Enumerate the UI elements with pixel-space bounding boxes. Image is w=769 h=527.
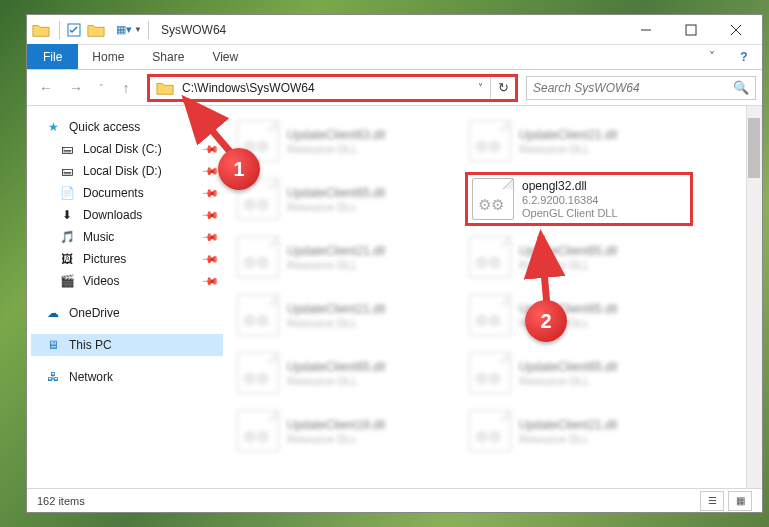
file-subtitle: Resource DLL <box>287 317 385 329</box>
explorer-window: ▦▾ ▼ SysWOW64 File Home Share View ˅ ? ←… <box>26 14 763 513</box>
file-subtitle: Resource DLL <box>287 259 385 271</box>
properties-icon[interactable]: ▦▾ <box>112 19 136 41</box>
sidebar-label: OneDrive <box>69 306 120 320</box>
view-tab[interactable]: View <box>198 44 252 69</box>
file-item[interactable]: ⚙⚙ UpdateClient65.dll Resource DLL <box>465 230 693 284</box>
dll-file-icon: ⚙⚙ <box>469 294 511 336</box>
file-item[interactable]: ⚙⚙ opengl32.dll 6.2.9200.16384 OpenGL Cl… <box>465 172 693 226</box>
file-subtitle: Resource DLL <box>287 433 385 445</box>
icons-view-button[interactable]: ▦ <box>728 491 752 511</box>
file-list-pane: ⚙⚙ UpdateClient63.dll Resource DLL ⚙⚙ Up… <box>227 106 762 488</box>
share-tab[interactable]: Share <box>138 44 198 69</box>
annotation-badge-2: 2 <box>525 300 567 342</box>
pin-icon: 📌 <box>200 161 219 180</box>
file-item[interactable]: ⚙⚙ UpdateClient21.dll Resource DLL <box>465 404 693 458</box>
window-controls <box>623 15 758 44</box>
pin-icon: 📌 <box>200 271 219 290</box>
file-description: OpenGL Client DLL <box>522 207 618 219</box>
window-title: SysWOW64 <box>161 23 623 37</box>
sidebar-item[interactable]: 🖴Local Disk (C:)📌 <box>31 138 223 160</box>
file-name: UpdateClient65.dll <box>287 186 385 200</box>
navigation-pane: ★ Quick access 🖴Local Disk (C:)📌🖴Local D… <box>27 106 227 488</box>
dll-file-icon: ⚙⚙ <box>237 352 279 394</box>
sidebar-label: Network <box>69 370 113 384</box>
file-name: UpdateClient65.dll <box>287 360 385 374</box>
vertical-scrollbar[interactable] <box>746 106 762 488</box>
qat-dropdown-icon[interactable]: ▼ <box>134 25 142 34</box>
down-icon: ⬇ <box>59 207 75 223</box>
doc-icon: 📄 <box>59 185 75 201</box>
file-item[interactable]: ⚙⚙ UpdateClient65.dll Resource DLL <box>233 346 461 400</box>
svg-rect-2 <box>686 25 696 35</box>
file-tab[interactable]: File <box>27 44 78 69</box>
ribbon-tabs: File Home Share View ˅ ? <box>27 45 762 70</box>
search-box[interactable]: 🔍 <box>526 76 756 100</box>
file-subtitle: Resource DLL <box>519 143 617 155</box>
address-dropdown-icon[interactable]: ˅ <box>470 82 490 93</box>
file-item[interactable]: ⚙⚙ UpdateClient21.dll Resource DLL <box>233 288 461 342</box>
file-item[interactable]: ⚙⚙ UpdateClient63.dll Resource DLL <box>233 114 461 168</box>
expand-ribbon-icon[interactable]: ˅ <box>700 47 724 67</box>
file-subtitle: Resource DLL <box>519 433 617 445</box>
up-button[interactable]: ↑ <box>113 75 139 101</box>
address-text[interactable]: C:\Windows\SysWOW64 <box>180 81 470 95</box>
vid-icon: 🎬 <box>59 273 75 289</box>
file-item[interactable]: ⚙⚙ UpdateClient65.dll Resource DLL <box>465 346 693 400</box>
sidebar-item[interactable]: 🎵Music📌 <box>31 226 223 248</box>
file-name: UpdateClient21.dll <box>519 128 617 142</box>
help-icon[interactable]: ? <box>732 47 756 67</box>
details-view-button[interactable]: ☰ <box>700 491 724 511</box>
network-item[interactable]: 🖧 Network <box>31 366 223 388</box>
status-bar: 162 items ☰ ▦ <box>27 488 762 512</box>
file-name: UpdateClient19.dll <box>287 418 385 432</box>
dll-file-icon: ⚙⚙ <box>237 294 279 336</box>
item-count: 162 items <box>37 495 85 507</box>
quick-access-toggle-icon[interactable] <box>62 19 86 41</box>
search-icon[interactable]: 🔍 <box>733 80 749 95</box>
titlebar: ▦▾ ▼ SysWOW64 <box>27 15 762 45</box>
this-pc-item[interactable]: 🖥 This PC <box>31 334 223 356</box>
dll-file-icon: ⚙⚙ <box>472 178 514 220</box>
sidebar-label: This PC <box>69 338 112 352</box>
file-item[interactable]: ⚙⚙ UpdateClient19.dll Resource DLL <box>233 404 461 458</box>
file-name: UpdateClient21.dll <box>287 244 385 258</box>
pin-icon: 📌 <box>200 227 219 246</box>
sidebar-item[interactable]: 🎬Videos📌 <box>31 270 223 292</box>
address-bar[interactable]: C:\Windows\SysWOW64 ˅ ↻ <box>147 74 518 102</box>
pc-icon: 🖥 <box>45 337 61 353</box>
dll-file-icon: ⚙⚙ <box>469 352 511 394</box>
quick-access-header[interactable]: ★ Quick access <box>31 116 223 138</box>
home-tab[interactable]: Home <box>78 44 138 69</box>
sidebar-item[interactable]: ⬇Downloads📌 <box>31 204 223 226</box>
close-button[interactable] <box>713 15 758 44</box>
dll-file-icon: ⚙⚙ <box>469 236 511 278</box>
forward-button[interactable]: → <box>63 75 89 101</box>
onedrive-item[interactable]: ☁ OneDrive <box>31 302 223 324</box>
pin-icon: 📌 <box>200 205 219 224</box>
sidebar-item[interactable]: 🖴Local Disk (D:)📌 <box>31 160 223 182</box>
pin-icon: 📌 <box>200 249 219 268</box>
file-subtitle: Resource DLL <box>519 259 617 271</box>
search-input[interactable] <box>533 81 733 95</box>
dll-file-icon: ⚙⚙ <box>469 120 511 162</box>
dll-file-icon: ⚙⚙ <box>469 410 511 452</box>
scroll-thumb[interactable] <box>748 118 760 178</box>
file-name: UpdateClient63.dll <box>287 128 385 142</box>
minimize-button[interactable] <box>623 15 668 44</box>
sidebar-item[interactable]: 🖼Pictures📌 <box>31 248 223 270</box>
navigation-bar: ← → ˅ ↑ C:\Windows\SysWOW64 ˅ ↻ 🔍 <box>27 70 762 106</box>
back-button[interactable]: ← <box>33 75 59 101</box>
file-item[interactable]: ⚙⚙ UpdateClient65.dll Resource DLL <box>465 288 693 342</box>
refresh-button[interactable]: ↻ <box>491 80 515 95</box>
file-item[interactable]: ⚙⚙ UpdateClient21.dll Resource DLL <box>233 230 461 284</box>
file-item[interactable]: ⚙⚙ UpdateClient65.dll Resource DLL <box>233 172 461 226</box>
pin-icon: 📌 <box>200 139 219 158</box>
sidebar-item[interactable]: 📄Documents📌 <box>31 182 223 204</box>
file-item[interactable]: ⚙⚙ UpdateClient21.dll Resource DLL <box>465 114 693 168</box>
body: ★ Quick access 🖴Local Disk (C:)📌🖴Local D… <box>27 106 762 488</box>
recent-locations-icon[interactable]: ˅ <box>93 75 109 101</box>
folder-icon <box>86 21 106 39</box>
file-subtitle: 6.2.9200.16384 <box>522 194 618 206</box>
maximize-button[interactable] <box>668 15 713 44</box>
sidebar-item-label: Local Disk (C:) <box>83 142 162 156</box>
